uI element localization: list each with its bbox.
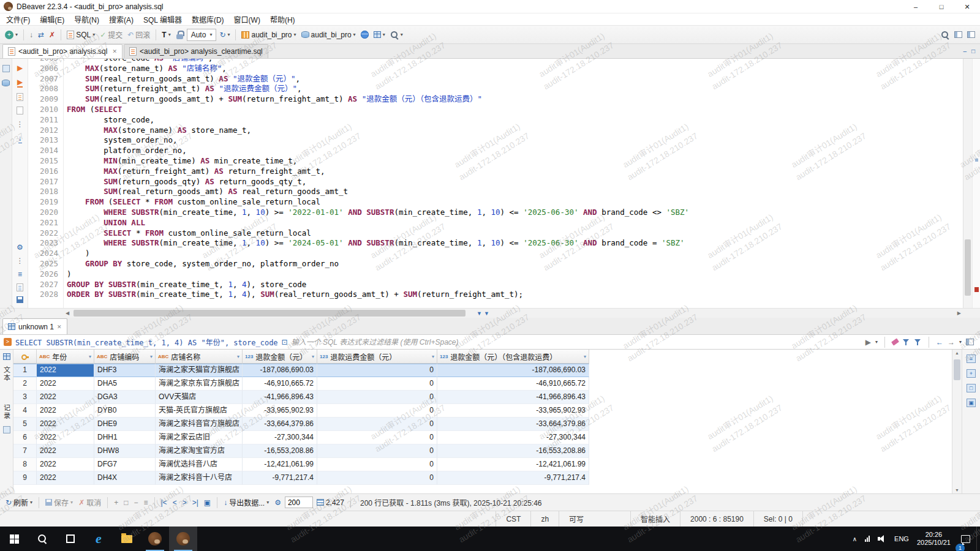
grid-cell[interactable]: 海澜之家抖音官方旗舰店 [156, 418, 243, 431]
grid-cell[interactable]: -9,771,217.4 [437, 471, 589, 485]
transaction-mode-button[interactable]: T▾ [160, 29, 172, 40]
action-center-icon[interactable]: 1 [961, 535, 970, 543]
grid-cell[interactable]: -41,966,896.43 [437, 391, 589, 404]
grid-cell[interactable]: 2022 [37, 431, 94, 444]
chevron-down-icon[interactable]: ▾ [584, 354, 586, 359]
script-icon[interactable] [17, 93, 23, 101]
chevron-down-icon[interactable]: ▾ [150, 354, 153, 359]
chart-panel-icon[interactable]: ▣ [967, 399, 976, 407]
calc-panel-icon[interactable]: + [967, 369, 976, 378]
language-indicator[interactable]: ENG [894, 535, 909, 542]
quick-search-button[interactable] [939, 29, 951, 40]
grid-cell[interactable]: DHH1 [94, 431, 156, 444]
search-dropdown-button[interactable]: ▾ [388, 29, 405, 40]
taskbar-clock[interactable]: 20:262025/10/21 [917, 531, 951, 547]
commit-mode-button[interactable]: ▾ [372, 30, 387, 39]
database-navigator-icon[interactable] [2, 80, 10, 86]
grid-cell[interactable]: -46,910,665.72 [437, 377, 589, 391]
code-area[interactable]: store_code AS "店铺编码", MAX(store_name_t) … [64, 59, 963, 308]
close-all-button[interactable]: ✗ [47, 29, 57, 40]
scroll-left-icon[interactable]: ◀ [66, 310, 69, 316]
close-button[interactable]: ✕ [954, 0, 980, 13]
commit-button[interactable]: ✓提交 [98, 28, 124, 41]
grid-cell[interactable]: 0 [317, 444, 437, 458]
schema-selector[interactable]: audit_bi_pro▾ [300, 29, 358, 40]
gear-icon[interactable]: ⚙ [17, 243, 23, 252]
grid-cell[interactable]: -16,553,208.86 [243, 444, 317, 458]
row-number-cell[interactable]: 4 [13, 404, 37, 418]
chevron-down-icon[interactable]: ▾ [432, 354, 434, 359]
menu-item[interactable]: 数据库(D) [187, 13, 229, 26]
panel-toggle-icon[interactable] [966, 339, 974, 345]
column-header[interactable]: 123退款金额（元）（包含退款运费）▾ [437, 350, 589, 364]
row-number-cell[interactable]: 8 [13, 458, 37, 471]
sync-button[interactable]: ⇄ [36, 29, 46, 40]
row-number-cell[interactable]: 2 [13, 377, 37, 391]
grid-cell[interactable]: 2022 [37, 391, 94, 404]
grid-cell[interactable]: 海澜之家京东官方旗舰店 [156, 377, 243, 391]
grid-cell[interactable]: 海澜之家云店旧 [156, 431, 243, 444]
rollback-button[interactable]: ↶回滚 [126, 28, 152, 41]
grid-settings-button[interactable]: ⚙ [273, 497, 283, 508]
grid-cell[interactable]: 0 [317, 391, 437, 404]
autocommit-select[interactable]: Auto▾ [187, 29, 217, 41]
grid-cell[interactable]: 海澜之家天猫官方旗舰店 [156, 364, 243, 377]
scrollbar-track[interactable]: ◀ ▶ [64, 309, 963, 318]
refresh-button[interactable]: ↻刷新▾ [4, 496, 34, 509]
grid-cell[interactable]: -9,771,217.4 [243, 471, 317, 485]
open-perspective-button[interactable] [952, 30, 964, 39]
grid-cell[interactable]: 2022 [37, 471, 94, 485]
dbeaver-taskbar-button-active[interactable] [169, 527, 197, 551]
grid-cell[interactable]: 2022 [37, 418, 94, 431]
editor-layout-button[interactable] [965, 30, 977, 39]
column-header[interactable]: ABC店铺编码▾ [94, 350, 156, 364]
file-explorer-button[interactable] [113, 527, 141, 551]
column-header[interactable]: ABC年份▾ [37, 350, 94, 364]
row-number-cell[interactable]: 9 [13, 471, 37, 485]
tab-record-view[interactable]: 记录 [2, 404, 12, 420]
duplicate-row-button[interactable]: □ [122, 497, 130, 508]
grid-cell[interactable]: -33,965,902.93 [437, 404, 589, 418]
editor-tab[interactable]: <audit_bi_pro> analysis.sql✕ [2, 44, 123, 58]
grid-cell[interactable]: 0 [317, 458, 437, 471]
output-icon[interactable]: ≡ [18, 270, 22, 279]
editor-horizontal-scrollbar[interactable]: ◀ ▶ ▼ ▼ [0, 308, 980, 318]
filter-icon[interactable]: > [4, 338, 12, 346]
chevron-down-icon[interactable]: ▾ [959, 339, 962, 345]
focus-cell-button[interactable]: ▣ [202, 497, 213, 508]
grid-cell[interactable]: -33,664,379.86 [243, 418, 317, 431]
document-icon[interactable] [17, 107, 23, 114]
grid-cell[interactable]: 0 [317, 418, 437, 431]
tray-chevron-icon[interactable]: ∧ [853, 536, 857, 542]
row-number-header[interactable] [13, 350, 37, 364]
add-row-button[interactable]: + [112, 497, 120, 508]
connection-selector[interactable]: audit_bi_pro▾ [239, 29, 298, 40]
filter-settings-icon[interactable] [903, 339, 910, 346]
grid-cell[interactable]: -33,965,902.93 [243, 404, 317, 418]
network-icon[interactable] [865, 536, 870, 542]
metadata-panel-icon[interactable]: □ [967, 384, 976, 392]
grid-cell[interactable]: OVV天猫店 [156, 391, 243, 404]
transaction-log-button[interactable]: ↻▾ [217, 29, 232, 40]
previous-row-button[interactable]: < [171, 497, 179, 508]
grid-view-icon[interactable] [3, 353, 10, 360]
grid-cell[interactable]: 0 [317, 471, 437, 485]
save-icon[interactable] [17, 296, 23, 303]
grid-cell[interactable]: -33,664,379.86 [437, 418, 589, 431]
execute-statement-button[interactable]: ▶ [17, 64, 23, 72]
history-forward-icon[interactable]: → [948, 338, 955, 347]
network-profile-button[interactable] [359, 29, 371, 40]
chevron-down-icon[interactable]: ▾ [875, 339, 878, 345]
grid-cell[interactable]: -12,421,061.99 [243, 458, 317, 471]
grid-cell[interactable]: DHE9 [94, 418, 156, 431]
export-result-icon[interactable]: ↓ [18, 134, 22, 143]
execute-script-button[interactable]: ▶ [17, 78, 23, 88]
filter-expression-input[interactable] [292, 338, 862, 347]
apply-filter-icon[interactable]: ▶ [865, 338, 871, 347]
restore-editor-icon[interactable] [2, 65, 10, 72]
record-mode-icon[interactable] [3, 426, 10, 433]
menu-item[interactable]: 窗口(W) [229, 13, 265, 26]
chevron-down-icon[interactable]: ▾ [237, 354, 239, 359]
row-number-cell[interactable]: 7 [13, 444, 37, 458]
start-button[interactable] [0, 527, 28, 551]
